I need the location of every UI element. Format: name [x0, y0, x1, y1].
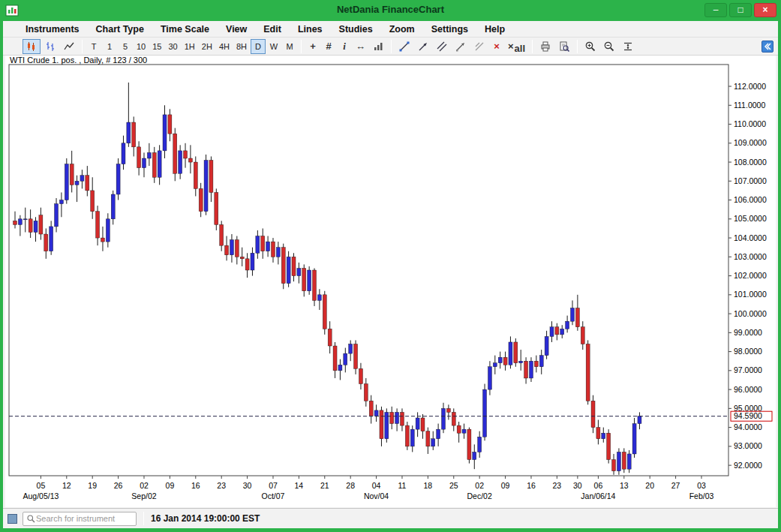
- svg-text:25: 25: [449, 481, 458, 490]
- candlestick-chart-icon: [26, 41, 38, 53]
- chart-type-candlestick-button[interactable]: [23, 39, 41, 54]
- menu-chart-type[interactable]: Chart Type: [96, 24, 144, 35]
- svg-text:Jan/06/14: Jan/06/14: [581, 491, 615, 500]
- title-bar[interactable]: NetDania FinanceChart – □ ×: [0, 0, 781, 21]
- channel-button[interactable]: [433, 39, 451, 54]
- h-scroll-icon: ↔: [356, 41, 365, 52]
- delete-all-lines-button[interactable]: ×all: [505, 39, 528, 54]
- minimize-button[interactable]: –: [704, 3, 727, 17]
- svg-text:12: 12: [62, 481, 71, 490]
- menu-time-scale[interactable]: Time Scale: [161, 24, 209, 35]
- timeframe-2h-button[interactable]: 2H: [199, 39, 215, 54]
- menu-edit[interactable]: Edit: [263, 24, 281, 35]
- svg-text:100.0000: 100.0000: [734, 309, 767, 318]
- print-preview-button[interactable]: [555, 39, 573, 54]
- svg-text:Oct/07: Oct/07: [262, 491, 285, 500]
- svg-text:103.0000: 103.0000: [734, 252, 767, 261]
- timeframe-1h-button[interactable]: 1H: [182, 39, 198, 54]
- search-input[interactable]: [36, 514, 126, 523]
- svg-text:98.0000: 98.0000: [734, 347, 762, 356]
- svg-text:09: 09: [501, 481, 510, 490]
- toolbar-separator: [301, 40, 302, 53]
- svg-text:111.0000: 111.0000: [734, 101, 765, 110]
- svg-text:Nov/04: Nov/04: [364, 491, 389, 500]
- svg-text:28: 28: [346, 481, 355, 490]
- timeframe-15m-button[interactable]: 15: [149, 39, 164, 54]
- candlestick-chart-plot[interactable]: 92.000093.000094.000095.000096.000097.00…: [5, 56, 776, 507]
- timeframe-1m-button[interactable]: 1: [102, 39, 117, 54]
- svg-text:96.0000: 96.0000: [734, 385, 762, 394]
- panel-expand-button[interactable]: [761, 41, 773, 53]
- svg-text:07: 07: [269, 481, 278, 490]
- svg-text:112.0000: 112.0000: [734, 82, 766, 91]
- toolbar: T 1 5 10 15 30 1H 2H 4H 8H D W M + # i ↔: [3, 38, 778, 56]
- zoom-fit-button[interactable]: [619, 39, 637, 54]
- timeframe-tick-button[interactable]: T: [86, 39, 101, 54]
- svg-text:105.0000: 105.0000: [734, 214, 767, 223]
- menu-bar: Instruments Chart Type Time Scale View E…: [3, 21, 778, 38]
- timeframe-daily-button[interactable]: D: [251, 39, 266, 54]
- timeframe-4h-button[interactable]: 4H: [216, 39, 233, 54]
- svg-text:21: 21: [320, 481, 329, 490]
- arrow-line-button[interactable]: [452, 39, 470, 54]
- timestamp-label: 16 Jan 2014 19:00:00 EST: [151, 513, 260, 524]
- menu-lines[interactable]: Lines: [298, 24, 323, 35]
- volume-button[interactable]: [369, 39, 387, 54]
- svg-text:02: 02: [475, 481, 484, 490]
- timeframe-5m-button[interactable]: 5: [118, 39, 133, 54]
- timeframe-monthly-button[interactable]: M: [282, 39, 297, 54]
- h-scroll-button[interactable]: ↔: [353, 39, 368, 54]
- grid-button[interactable]: #: [321, 39, 336, 54]
- svg-text:110.0000: 110.0000: [734, 119, 766, 128]
- svg-text:11: 11: [398, 481, 407, 490]
- zoom-out-icon: [603, 41, 615, 53]
- trendline-button[interactable]: [395, 39, 413, 54]
- ray-line-button[interactable]: [414, 39, 432, 54]
- timeframe-8h-button[interactable]: 8H: [233, 39, 250, 54]
- window-content: Instruments Chart Type Time Scale View E…: [3, 21, 778, 528]
- timeframe-30m-button[interactable]: 30: [166, 39, 181, 54]
- menu-help[interactable]: Help: [485, 24, 505, 35]
- svg-text:109.0000: 109.0000: [734, 138, 767, 147]
- status-bar: 16 Jan 2014 19:00:00 EST: [3, 508, 778, 528]
- printer-icon: [539, 41, 551, 53]
- menu-settings[interactable]: Settings: [431, 24, 468, 35]
- menu-zoom[interactable]: Zoom: [389, 24, 415, 35]
- svg-text:04: 04: [372, 481, 381, 490]
- svg-text:94.0000: 94.0000: [734, 422, 762, 431]
- chart-area[interactable]: WTI Crude 1. pos. , Daily, # 123 / 300 9…: [5, 56, 776, 507]
- erase-lines-button[interactable]: [470, 39, 488, 54]
- close-button[interactable]: ×: [754, 3, 776, 17]
- svg-text:02: 02: [140, 481, 149, 490]
- crosshair-button[interactable]: +: [305, 39, 320, 54]
- zoom-out-button[interactable]: [600, 39, 618, 54]
- menu-view[interactable]: View: [226, 24, 247, 35]
- zoom-in-button[interactable]: [581, 39, 599, 54]
- chart-type-bar-button[interactable]: [41, 39, 59, 54]
- print-button[interactable]: [536, 39, 554, 54]
- svg-text:16: 16: [191, 481, 200, 490]
- grid-icon: #: [326, 41, 331, 52]
- chart-type-line-button[interactable]: [60, 39, 78, 54]
- ray-icon: [417, 41, 429, 53]
- zoom-in-icon: [584, 41, 596, 53]
- window-title: NetDania FinanceChart: [0, 4, 781, 15]
- instrument-tile-icon[interactable]: [8, 514, 17, 524]
- menu-studies[interactable]: Studies: [339, 24, 373, 35]
- maximize-button[interactable]: □: [729, 3, 752, 17]
- delete-lines-button[interactable]: ×: [489, 39, 504, 54]
- channel-icon: [436, 41, 448, 53]
- info-button[interactable]: i: [337, 39, 352, 54]
- timeframe-weekly-button[interactable]: W: [266, 39, 281, 54]
- menu-instruments[interactable]: Instruments: [26, 24, 80, 35]
- svg-text:05: 05: [37, 481, 46, 490]
- svg-text:26: 26: [114, 481, 123, 490]
- toolbar-separator: [82, 40, 83, 53]
- search-box[interactable]: [23, 512, 137, 526]
- svg-text:19: 19: [88, 481, 97, 490]
- svg-text:107.0000: 107.0000: [734, 176, 767, 185]
- timeframe-10m-button[interactable]: 10: [134, 39, 149, 54]
- volume-icon: [372, 41, 384, 53]
- svg-text:94.5900: 94.5900: [734, 411, 762, 420]
- bar-chart-icon: [44, 41, 56, 53]
